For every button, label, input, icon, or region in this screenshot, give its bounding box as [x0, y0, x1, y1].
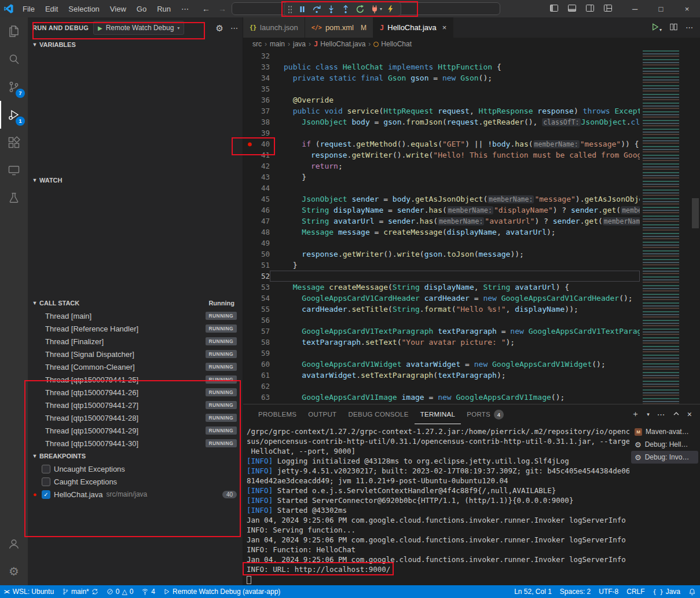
code-line-36[interactable]: ●36 @Override — [243, 94, 640, 105]
configure-gear-icon[interactable]: ⚙ — [216, 24, 223, 32]
menu-selection[interactable]: Selection — [63, 5, 104, 13]
cursor-position-item[interactable]: Ln 52, Col 1 — [510, 585, 556, 598]
panel-tab-problems[interactable]: PROBLEMS — [252, 404, 302, 424]
editor-scrollbar[interactable] — [691, 50, 700, 404]
code-line-46[interactable]: ●46 String displayName = sender.has(memb… — [243, 205, 640, 216]
settings-gear-icon[interactable]: ⚙ — [0, 557, 28, 585]
line-gutter[interactable]: ●36 — [243, 94, 270, 105]
minimap[interactable] — [640, 50, 691, 404]
code-line-62[interactable]: ●62 — [243, 381, 640, 392]
more-actions-icon[interactable]: ⋯ — [686, 23, 693, 32]
breakpoint-gutter[interactable]: ● — [243, 194, 256, 205]
panel-tab-output[interactable]: OUTPUT — [302, 404, 342, 424]
remote-explorer-icon[interactable] — [0, 156, 28, 184]
breadcrumb-main[interactable]: main — [270, 40, 285, 48]
breadcrumb-hellochat[interactable]: HelloChat — [373, 40, 412, 48]
breakpoint-gutter[interactable]: ● — [243, 183, 256, 194]
line-gutter[interactable]: ●53 — [243, 282, 270, 293]
breakpoint-checkbox[interactable] — [42, 477, 50, 486]
line-gutter[interactable]: ●56 — [243, 315, 270, 326]
line-gutter[interactable]: ●47 — [243, 216, 270, 227]
watch-section-header[interactable]: ▼ WATCH — [28, 174, 243, 187]
breakpoint-gutter[interactable]: ● — [243, 304, 256, 315]
minimize-button[interactable]: ─ — [622, 0, 648, 17]
more-actions-icon[interactable]: ⋯ — [657, 410, 665, 419]
line-gutter[interactable]: ●54 — [243, 293, 270, 304]
pause-button[interactable] — [295, 3, 309, 16]
customize-layout-icon[interactable] — [603, 3, 613, 14]
breakpoint-gutter[interactable]: ● — [243, 260, 256, 271]
tab-launch-json[interactable]: {} launch.json — [243, 17, 305, 38]
line-gutter[interactable]: ●49 — [243, 238, 270, 249]
terminal-session-item[interactable]: ⚙Debug: Hell… — [631, 438, 698, 451]
breakpoint-gutter[interactable]: ● — [243, 381, 256, 392]
breakpoint-gutter[interactable]: ● — [243, 348, 256, 359]
notifications-bell-item[interactable] — [684, 585, 700, 598]
breakpoint-row[interactable]: Caught Exceptions — [28, 475, 243, 488]
menu-edit[interactable]: Edit — [40, 5, 63, 13]
line-gutter[interactable]: ●38 — [243, 116, 270, 127]
panel-tab-ports[interactable]: PORTS4 — [461, 404, 510, 424]
terminal-dropdown-chevron-icon[interactable]: ▾ — [647, 411, 650, 417]
breadcrumb-src[interactable]: src — [252, 40, 262, 48]
toggle-panel-icon[interactable] — [567, 3, 577, 14]
call-stack-thread-row[interactable]: Thread [Common-Cleaner]RUNNING — [28, 360, 243, 373]
panel-tab-terminal[interactable]: TERMINAL — [415, 404, 461, 424]
line-gutter[interactable]: ●33 — [243, 61, 270, 72]
step-out-button[interactable] — [338, 3, 353, 16]
call-stack-thread-row[interactable]: Thread [qtp1500079441-30]RUNNING — [28, 437, 243, 450]
code-line-49[interactable]: ●49 — [243, 238, 640, 249]
code-line-45[interactable]: ●45 JsonObject sender = body.getAsJsonOb… — [243, 194, 640, 205]
code-line-47[interactable]: ●47 String avatarUrl = sender.has(member… — [243, 216, 640, 227]
breakpoint-gutter[interactable]: ● — [243, 337, 256, 348]
tab-pom-xml[interactable]: </> pom.xml M — [305, 17, 373, 38]
breakpoint-gutter[interactable]: ● — [243, 150, 256, 161]
line-gutter[interactable]: ●32 — [243, 50, 270, 61]
breakpoint-gutter[interactable]: ● — [243, 83, 256, 94]
call-stack-thread-row[interactable]: Thread [Reference Handler]RUNNING — [28, 322, 243, 335]
line-gutter[interactable]: ●41 — [243, 150, 270, 161]
close-tab-icon[interactable]: × — [442, 23, 447, 32]
code-line-34[interactable]: ●34 private static final Gson gson = new… — [243, 72, 640, 83]
code-line-54[interactable]: ●54 GoogleAppsCardV1CardHeader cardHeade… — [243, 293, 640, 304]
line-gutter[interactable]: ●62 — [243, 381, 270, 392]
call-stack-thread-row[interactable]: Thread [qtp1500079441-25]RUNNING — [28, 373, 243, 386]
maximize-button[interactable]: □ — [648, 0, 674, 17]
breakpoint-gutter[interactable]: ● — [243, 205, 256, 216]
breakpoint-gutter[interactable]: ● — [243, 216, 256, 227]
line-gutter[interactable]: ●61 — [243, 370, 270, 381]
menu-file[interactable]: File — [17, 5, 40, 13]
breakpoints-section-header[interactable]: ▼ BREAKPOINTS — [28, 450, 243, 462]
breakpoint-gutter[interactable]: ● — [243, 105, 256, 116]
debug-session-item[interactable]: Remote Watch Debug (avatar-app) — [159, 585, 284, 598]
code-line-42[interactable]: ●42 return; — [243, 161, 640, 172]
forwarded-ports-item[interactable]: 4 — [137, 585, 159, 598]
breadcrumb-hellochat-java[interactable]: JHelloChat.java — [314, 40, 365, 48]
line-gutter[interactable]: ●51 — [243, 260, 270, 271]
more-actions-icon[interactable]: ⋯ — [230, 24, 238, 32]
breakpoint-gutter[interactable]: ● — [243, 116, 256, 127]
code-line-44[interactable]: ●44 — [243, 183, 640, 194]
account-icon[interactable] — [0, 530, 28, 557]
breakpoint-gutter[interactable]: ● — [243, 50, 256, 61]
code-line-41[interactable]: ●41 response.getWriter().write("Hello! T… — [243, 150, 640, 161]
breakpoint-gutter[interactable]: ● — [243, 249, 256, 260]
breakpoint-gutter[interactable]: ● — [243, 161, 256, 172]
problems-item[interactable]: 0 △ 0 — [102, 585, 138, 598]
breakpoint-row[interactable]: Uncaught Exceptions — [28, 462, 243, 475]
run-or-debug-icon[interactable]: ▾ — [651, 23, 662, 33]
line-gutter[interactable]: ●43 — [243, 172, 270, 183]
terminal-session-item[interactable]: MMaven-avat… — [631, 425, 698, 438]
menu-run[interactable]: Run — [152, 5, 176, 13]
run-and-debug-icon[interactable]: 1 — [0, 101, 28, 129]
breakpoint-gutter[interactable]: ● — [243, 359, 256, 370]
eol-item[interactable]: CRLF — [622, 585, 648, 598]
call-stack-thread-row[interactable]: Thread [qtp1500079441-29]RUNNING — [28, 424, 243, 437]
call-stack-thread-row[interactable]: Thread [qtp1500079441-28]RUNNING — [28, 411, 243, 424]
breakpoint-gutter[interactable]: ● — [243, 392, 256, 403]
toggle-sidebar-icon[interactable] — [549, 3, 559, 14]
line-gutter[interactable]: ●52 — [243, 271, 270, 282]
line-gutter[interactable]: ●44 — [243, 183, 270, 194]
breakpoint-gutter[interactable]: ● — [243, 293, 256, 304]
line-gutter[interactable]: ●42 — [243, 161, 270, 172]
